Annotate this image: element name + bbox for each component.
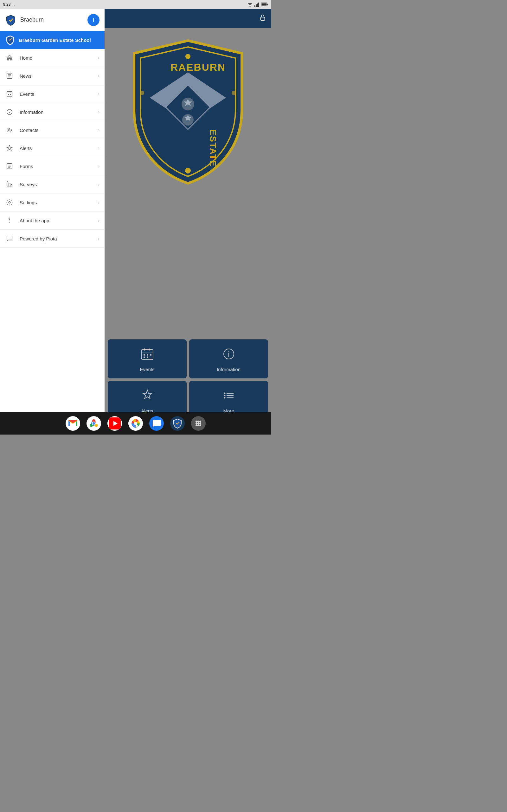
settings-label: Settings [20, 200, 98, 205]
menu-item-information[interactable]: Information › [0, 103, 105, 121]
svg-point-13 [8, 128, 10, 130]
messages-app-icon[interactable] [149, 416, 164, 431]
drawer-app-name: Braeburn [20, 16, 44, 23]
signal-icon [255, 2, 260, 7]
svg-point-20 [9, 223, 9, 223]
svg-point-24 [185, 54, 190, 59]
home-icon [5, 53, 14, 62]
hero-area: RAEBURN ESTATE [105, 28, 271, 435]
contacts-icon [5, 125, 14, 135]
events-grid-label: Events [140, 367, 155, 372]
braeburn-app-icon[interactable] [170, 416, 185, 431]
school-header[interactable]: Braeburn Garden Estate School [0, 31, 105, 49]
photos-app-icon[interactable] [128, 416, 143, 431]
surveys-arrow: › [98, 182, 100, 187]
about-label: About the app [20, 218, 98, 223]
svg-rect-31 [144, 354, 145, 356]
status-extra: π [12, 3, 14, 6]
menu-item-surveys[interactable]: Surveys › [0, 175, 105, 194]
powered-arrow: › [98, 236, 100, 241]
menu-item-about[interactable]: About the app › [0, 212, 105, 230]
svg-point-60 [199, 424, 201, 426]
menu-item-home[interactable]: Home › [0, 49, 105, 67]
events-button[interactable]: Events [108, 339, 187, 378]
alerts-icon [5, 144, 14, 153]
chrome-app-icon[interactable] [87, 416, 101, 431]
settings-arrow: › [98, 200, 100, 205]
svg-rect-11 [10, 94, 11, 95]
school-logo-icon [5, 35, 15, 45]
status-time: 9:23 [3, 2, 10, 7]
events-label: Events [20, 91, 98, 97]
svg-point-39 [224, 395, 225, 397]
menu-list: Home › News › [0, 49, 105, 435]
svg-point-19 [9, 201, 10, 203]
main-content: RAEBURN ESTATE [105, 0, 271, 435]
news-label: News [20, 73, 98, 79]
svg-rect-21 [261, 17, 265, 20]
powered-label: Powered by Piota [20, 236, 98, 241]
svg-point-38 [224, 393, 225, 394]
svg-rect-0 [255, 5, 256, 7]
home-grid-buttons: Events Information [105, 339, 271, 423]
drawer-header: Braeburn + [0, 9, 105, 31]
menu-item-forms[interactable]: Forms › [0, 157, 105, 175]
information-grid-icon [222, 347, 236, 363]
crest-image: RAEBURN ESTATE [128, 34, 248, 193]
svg-rect-34 [144, 357, 145, 358]
svg-rect-35 [147, 357, 148, 358]
svg-point-58 [199, 420, 201, 422]
svg-rect-5 [268, 4, 268, 5]
menu-item-alerts[interactable]: Alerts › [0, 139, 105, 157]
alerts-label: Alerts [20, 146, 98, 151]
svg-rect-3 [258, 3, 259, 7]
news-icon [5, 71, 14, 80]
information-grid-label: Information [217, 367, 240, 372]
svg-text:RAEBURN: RAEBURN [170, 61, 226, 73]
forms-label: Forms [20, 164, 98, 169]
youtube-app-icon[interactable] [107, 416, 122, 431]
alerts-grid-icon [140, 389, 154, 404]
news-arrow: › [98, 73, 100, 78]
navigation-drawer: Braeburn + Braeburn Garden Estate School… [0, 0, 105, 435]
status-bar: 9:23 π [0, 0, 271, 9]
menu-item-events[interactable]: Events › [0, 85, 105, 103]
svg-rect-1 [256, 4, 257, 7]
svg-point-63 [195, 422, 198, 424]
svg-rect-15 [8, 165, 8, 165]
contacts-arrow: › [98, 128, 100, 133]
menu-item-settings[interactable]: Settings › [0, 194, 105, 212]
svg-rect-10 [8, 94, 9, 95]
home-label: Home [20, 55, 98, 61]
information-label: Information [20, 109, 98, 115]
menu-item-news[interactable]: News › [0, 67, 105, 85]
svg-rect-6 [262, 3, 267, 6]
svg-rect-33 [150, 354, 152, 356]
lock-icon [259, 14, 266, 23]
svg-point-25 [185, 168, 191, 173]
svg-point-57 [195, 420, 198, 422]
events-grid-icon [140, 347, 154, 363]
svg-point-62 [198, 424, 199, 426]
surveys-icon [5, 180, 14, 189]
gmail-app-icon[interactable] [66, 416, 80, 431]
contacts-label: Contacts [20, 128, 98, 133]
events-icon [5, 90, 14, 98]
menu-item-contacts[interactable]: Contacts › [0, 121, 105, 139]
menu-item-powered[interactable]: Powered by Piota › [0, 230, 105, 248]
drawer-header-left: Braeburn [5, 14, 44, 26]
about-icon [5, 216, 14, 225]
more-grid-icon [222, 389, 236, 404]
settings-icon [5, 198, 14, 207]
svg-point-50 [93, 422, 95, 425]
information-button[interactable]: Information [189, 339, 268, 378]
forms-icon [5, 162, 14, 171]
svg-point-65 [198, 422, 199, 424]
svg-rect-9 [7, 92, 12, 97]
more-apps-icon[interactable] [191, 416, 206, 431]
svg-rect-32 [147, 354, 148, 356]
about-arrow: › [98, 218, 100, 223]
add-school-button[interactable]: + [88, 14, 100, 26]
svg-point-27 [232, 91, 236, 95]
information-icon [5, 107, 14, 116]
